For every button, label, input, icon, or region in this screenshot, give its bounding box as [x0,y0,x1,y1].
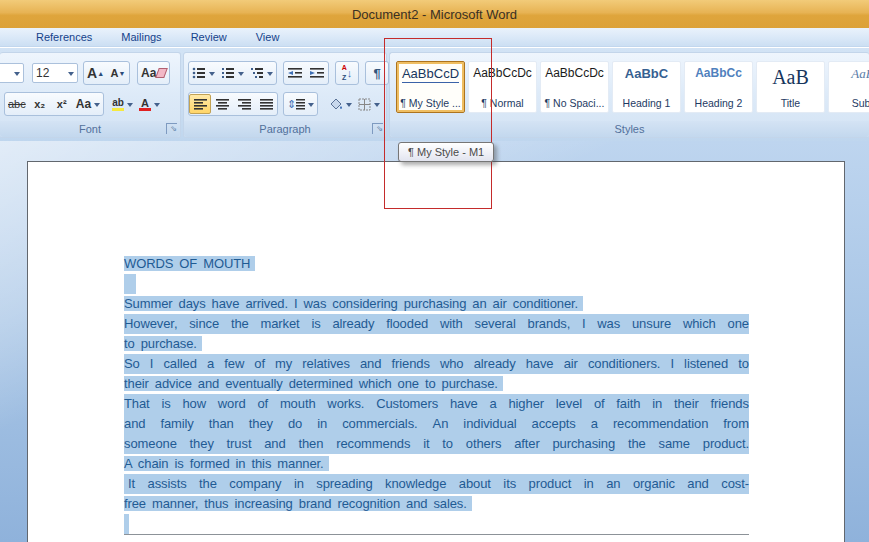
styles-group: AaBbCcD¶ My Style ...AaBbCcDc¶ NormalAaB… [389,52,869,138]
style-item-heading-1[interactable]: AaBbCHeading 1 [612,61,681,113]
shading-button[interactable] [326,93,355,115]
multilevel-list-button[interactable] [247,63,276,83]
style-sample-text: AaBbCcD [402,66,459,83]
show-hide-pilcrow-button[interactable]: ¶ [366,63,388,83]
multilevel-list-icon [250,67,264,79]
pilcrow-icon: ¶ [373,66,380,81]
justify-icon [260,99,273,110]
borders-icon [358,98,371,111]
decrease-indent-icon [288,67,302,79]
paragraph-group: A Z ↓ ¶ [183,52,387,138]
sort-button[interactable]: A Z ↓ [336,63,358,83]
down-arrow-icon: ↓ [347,67,353,79]
style-label: Subt [852,97,869,109]
tab-view[interactable]: View [245,29,291,45]
title-bar: Document2 - Microsoft Word [0,0,869,28]
font-group: 12 A▲ A▼ Aa [0,52,181,138]
document-text-line: A chain is formed in this manner. [124,454,749,474]
superscript-icon: x² [57,98,67,110]
align-center-icon [216,99,229,110]
document-text-line: free manner, thus increasing brand recog… [124,494,749,514]
grow-font-icon: A [87,65,97,81]
text-highlight-button[interactable]: ab [109,93,136,115]
style-label: Title [781,97,800,109]
font-dialog-launcher[interactable]: ⇘ [166,123,177,134]
tab-references[interactable]: References [25,29,103,45]
strikethrough-button[interactable]: abc [5,94,29,114]
numbering-icon [221,67,235,79]
ribbon: 12 A▲ A▼ Aa [0,48,869,142]
bullets-button[interactable] [189,63,218,83]
document-page[interactable]: WORDS OF MOUTHSummer days have arrived. … [27,161,845,542]
increase-indent-icon [310,67,324,79]
document-text-line: to purchase. [124,334,749,354]
style-sample-text: AaB [772,66,809,89]
chevron-down-icon [154,103,160,110]
paragraph-dialog-launcher[interactable]: ⇘ [372,123,383,134]
document-text-line: However,sincethemarketisalreadyfloodedwi… [124,314,749,334]
shading-bucket-icon [329,98,343,111]
font-size-value: 12 [36,66,49,80]
style-item-subt[interactable]: AaBSubt [828,61,869,113]
justify-button[interactable] [255,94,277,114]
font-color-button[interactable]: A [136,93,163,115]
font-size-combo[interactable]: 12 [32,63,78,83]
numbering-button[interactable] [218,63,247,83]
ribbon-tabs: ReferencesMailingsReviewView [0,28,869,47]
document-text: WORDS OF MOUTHSummer days have arrived. … [124,254,749,542]
superscript-button[interactable]: x² [51,94,73,114]
chevron-down-icon [308,103,314,110]
styles-group-label: Styles [390,121,869,137]
grow-font-button[interactable]: A▲ [84,63,107,83]
decrease-indent-button[interactable] [284,63,306,83]
line-spacing-icon: ⇕ [287,98,296,111]
style-label: ¶ No Spaci... [545,97,605,109]
window-title: Document2 - Microsoft Word [352,7,517,22]
document-text-line: Itassiststhecompanyinspreadingknowledgea… [124,474,749,494]
style-item-my-style[interactable]: AaBbCcD¶ My Style ... [396,61,465,113]
shrink-font-icon: A [111,67,119,79]
style-tooltip: ¶ My Style - M1 [398,142,494,162]
chevron-down-icon [127,103,133,110]
font-color-icon: A [139,98,151,111]
document-text-line: Thatishowwordofmouthworks.Customershavea… [124,394,749,414]
line-spacing-button[interactable]: ⇕ [284,94,317,114]
change-case-button[interactable]: Aa [73,94,103,114]
styles-gallery: AaBbCcD¶ My Style ...AaBbCcDc¶ NormalAaB… [396,61,869,113]
align-left-icon [194,99,207,110]
borders-button[interactable] [355,93,383,115]
font-group-label: Font [0,121,180,137]
chevron-down-icon [68,72,74,79]
style-item-normal[interactable]: AaBbCcDc¶ Normal [468,61,537,113]
align-left-button[interactable] [189,94,211,114]
bullets-icon [192,67,206,79]
style-sample-text: AaB [851,66,869,82]
increase-indent-button[interactable] [306,63,328,83]
document-text-line: SoIcalledafewofmyrelativesandfriendswhoa… [124,354,749,374]
chevron-down-icon [374,103,380,110]
align-right-icon [238,99,251,110]
style-label: Heading 1 [623,97,671,109]
align-right-button[interactable] [233,94,255,114]
style-item-title[interactable]: AaBTitle [756,61,825,113]
style-item-heading-2[interactable]: AaBbCcHeading 2 [684,61,753,113]
document-area: WORDS OF MOUTHSummer days have arrived. … [0,141,869,542]
tab-mailings[interactable]: Mailings [110,29,172,45]
align-center-button[interactable] [211,94,233,114]
chevron-down-icon [267,72,273,79]
tab-review[interactable]: Review [180,29,238,45]
subscript-button[interactable]: x₂ [29,94,51,114]
clear-formatting-button[interactable]: Aa [138,63,169,83]
style-label: ¶ Normal [481,97,523,109]
shrink-font-button[interactable]: A▼ [107,63,129,83]
style-sample-text: AaBbC [625,66,668,81]
font-name-combo[interactable] [0,63,24,83]
document-text-line: their advice and eventually determined w… [124,374,749,394]
eraser-icon [156,68,169,78]
style-label: ¶ My Style ... [400,97,460,109]
style-item-no-spaci[interactable]: AaBbCcDc¶ No Spaci... [540,61,609,113]
chevron-down-icon [14,72,20,79]
paragraph-group-label: Paragraph [184,121,386,137]
style-sample-text: AaBbCc [695,66,742,80]
style-tooltip-text: ¶ My Style - M1 [408,146,484,158]
